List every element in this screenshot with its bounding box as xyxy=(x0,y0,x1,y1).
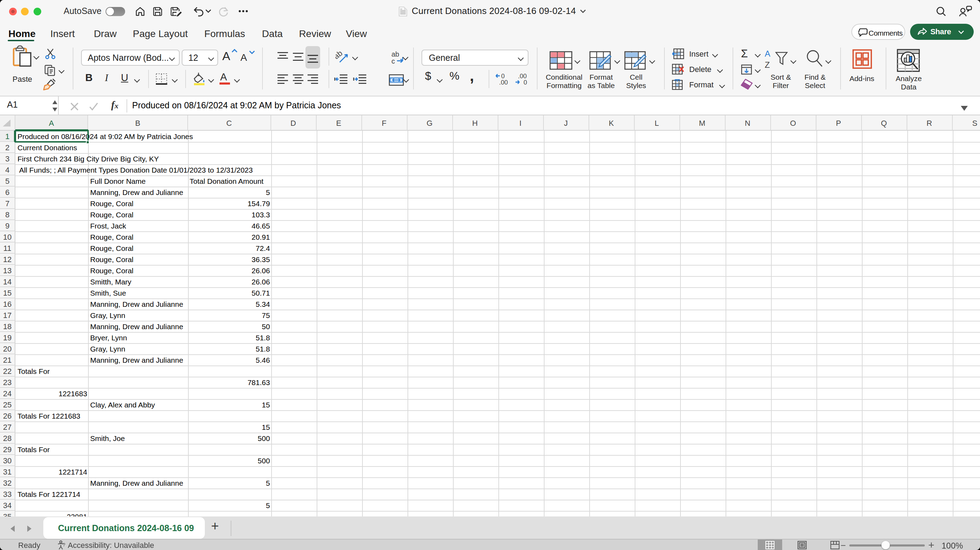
svg-text:.00: .00 xyxy=(518,73,527,79)
svg-text:c: c xyxy=(391,57,395,64)
svg-text:?: ? xyxy=(62,542,65,548)
svg-text:Z: Z xyxy=(765,60,770,70)
svg-text:.00: .00 xyxy=(499,79,508,85)
svg-text:0: 0 xyxy=(501,73,505,79)
svg-text:A: A xyxy=(765,49,770,58)
svg-text:0: 0 xyxy=(523,79,527,85)
svg-text:ab: ab xyxy=(391,50,399,58)
